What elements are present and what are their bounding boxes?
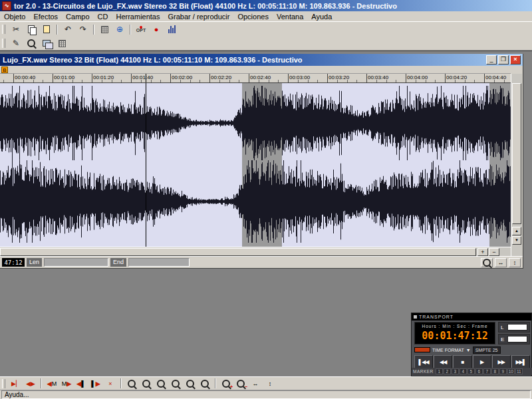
zoom-object-button[interactable] — [140, 378, 153, 389]
copy-button[interactable] — [24, 23, 39, 35]
forward-button[interactable]: ▶▶ — [492, 355, 511, 368]
restore-button[interactable]: ❐ — [498, 55, 509, 65]
marker-3[interactable]: 3 — [452, 368, 459, 374]
ruler-label: 00:01:40 — [132, 74, 153, 80]
marker-prev-button[interactable]: ◀M — [45, 378, 59, 389]
zoom-horizontal-button[interactable]: ↔ — [249, 378, 262, 389]
time-display: Hours : Min : Sec : Frame 00:01:47:12 — [414, 322, 495, 344]
paste-button[interactable] — [39, 23, 54, 35]
main-titlebar[interactable]: ∿ tor 2.0 - 13-Circuitos de Lujo_FX.wav … — [0, 0, 532, 11]
zoom-out-h-button[interactable]: − — [234, 378, 247, 389]
toolbar-grip[interactable] — [2, 25, 5, 34]
menu-ayuda[interactable]: Ayuda — [307, 12, 336, 21]
marker-2[interactable]: 2 — [444, 368, 451, 374]
stop-button[interactable]: ■ — [453, 355, 471, 368]
menu-objeto[interactable]: Objeto — [0, 12, 29, 21]
marker-1[interactable]: 1 — [436, 368, 443, 374]
draw-tool-button[interactable]: ✎ — [9, 37, 23, 49]
zoom-button[interactable] — [481, 258, 493, 267]
zoom-range-button[interactable] — [169, 378, 182, 389]
zoom-vertical-button[interactable]: ↕ — [263, 378, 277, 389]
mixer-bars-icon — [168, 25, 176, 33]
marker-8[interactable]: 8 — [491, 368, 499, 374]
zoom-in-h-button[interactable]: + — [219, 378, 233, 389]
scroll-down-button[interactable]: ▼ — [512, 236, 521, 245]
range-marker-button[interactable]: ◀▶ — [24, 378, 37, 389]
play-button[interactable]: ▶ — [473, 355, 491, 368]
marker-last-button[interactable]: ▌▶ — [89, 378, 102, 389]
zoom-out-button[interactable]: − — [489, 248, 499, 256]
l-field[interactable] — [507, 324, 527, 331]
mixer-grid-button[interactable] — [55, 37, 69, 49]
cut-button[interactable]: ✂ — [9, 23, 23, 35]
vertical-scrollbar-thumb[interactable] — [512, 83, 521, 224]
grid-button[interactable] — [97, 23, 112, 35]
menu-herramientas[interactable]: Herramientas — [112, 12, 164, 21]
transport-titlebar[interactable]: TRANSPORT — [412, 313, 531, 321]
zoom-1to1-button[interactable] — [154, 378, 168, 389]
close-button[interactable]: × — [510, 55, 521, 65]
marker-9[interactable]: 9 — [499, 368, 507, 374]
undo-button[interactable]: ↶ — [61, 23, 75, 35]
play-marker-button[interactable]: ▶▏ — [9, 378, 23, 389]
vertical-fit-button[interactable]: ↕ — [509, 258, 521, 267]
ruler-label: 00:02:00 — [172, 74, 192, 80]
menu-efectos[interactable]: Efectos — [29, 12, 62, 21]
horizontal-scrollbar[interactable]: + − — [0, 247, 511, 256]
range-marker-b[interactable]: B — [1, 66, 8, 73]
zoom-in-button[interactable]: + — [477, 248, 488, 256]
magnifier-icon — [201, 380, 209, 388]
minimize-button[interactable]: _ — [486, 55, 497, 65]
end-field[interactable] — [128, 258, 190, 267]
zoom-selection-button[interactable] — [125, 378, 138, 389]
marker-first-button[interactable]: ◀▌ — [74, 378, 88, 389]
transport-panel: TRANSPORT Hours : Min : Sec : Frame 00:0… — [411, 313, 532, 376]
length-field[interactable] — [44, 258, 108, 267]
windows-button[interactable] — [39, 37, 54, 49]
waveform-display[interactable] — [0, 83, 511, 247]
menu-grabar-reproducir[interactable]: Grabar / reproducir — [164, 12, 234, 21]
ruler-label: 00:04:00 — [407, 74, 428, 80]
time-format-dropdown-icon[interactable]: ▼ — [466, 348, 471, 352]
magnifier-icon — [27, 39, 35, 47]
time-ruler[interactable]: 00:00:40 00:01:00 00:01:20 00:01:40 00:0… — [0, 74, 511, 83]
options-button[interactable]: OPT — [134, 23, 148, 35]
crosshair-button[interactable]: ⊕ — [112, 23, 127, 35]
marker-10[interactable]: 10 — [507, 368, 515, 374]
magnifier-icon — [186, 380, 194, 388]
menu-cd[interactable]: CD — [94, 12, 112, 21]
marker-4[interactable]: 4 — [460, 368, 467, 374]
position-slider[interactable] — [414, 347, 430, 352]
goto-end-button[interactable]: ▶▶▌ — [511, 355, 530, 368]
e-field[interactable] — [507, 336, 527, 342]
transport-buttons: ▌◀◀ ◀◀ ■ ▶ ▶▶ ▶▶▌ — [414, 355, 530, 368]
stereo-waveform[interactable] — [0, 83, 511, 247]
mixer-button[interactable] — [164, 23, 179, 35]
horizontal-scrollbar-thumb[interactable] — [0, 248, 476, 256]
marker-6[interactable]: 6 — [475, 368, 483, 374]
zoom-all-button[interactable] — [198, 378, 211, 389]
menu-opciones[interactable]: Opciones — [233, 12, 272, 21]
goto-start-button[interactable]: ▌◀◀ — [414, 355, 433, 368]
zoom-prev-button[interactable] — [184, 378, 197, 389]
delete-marker-button[interactable]: × — [104, 378, 117, 389]
marker-7[interactable]: 7 — [483, 368, 491, 374]
toolbar-grip[interactable] — [2, 39, 5, 48]
zoom-tool-button[interactable] — [24, 37, 39, 49]
menu-campo[interactable]: Campo — [62, 12, 93, 21]
time-readout: 00:01:47:12 — [415, 330, 495, 342]
redo-button[interactable]: ↷ — [76, 23, 90, 35]
marker-next-button[interactable]: M▶ — [60, 378, 73, 389]
record-button[interactable]: ● — [149, 23, 164, 35]
marker-11[interactable]: 11 — [515, 368, 523, 374]
wave-window-titlebar[interactable]: Lujo_FX.wav Stereo 32 Bit (Float) 44100 … — [0, 54, 523, 66]
scroll-up-button[interactable]: ▲ — [512, 227, 521, 235]
menu-ventana[interactable]: Ventana — [273, 12, 307, 21]
rewind-button[interactable]: ◀◀ — [434, 355, 452, 368]
marker-5[interactable]: 5 — [467, 368, 475, 374]
toolbar-grip[interactable] — [2, 379, 5, 388]
marker-strip[interactable]: B — [0, 66, 511, 74]
smpte-value[interactable]: SMPTE 25 — [473, 346, 501, 354]
horizontal-fit-button[interactable]: ↔ — [495, 258, 507, 267]
vertical-scrollbar[interactable]: ▲ ▼ — [511, 74, 522, 256]
